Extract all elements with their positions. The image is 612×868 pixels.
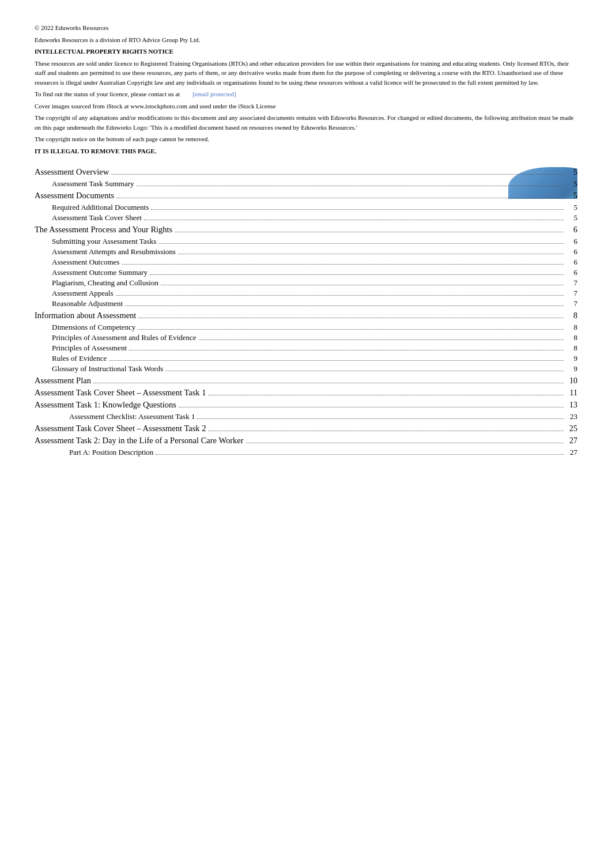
toc-dots xyxy=(109,360,564,361)
toc-label: Assessment Attempts and Resubmissions xyxy=(52,247,176,256)
toc-label: Dimensions of Competency xyxy=(52,323,135,332)
toc-label: Assessment Overview xyxy=(35,167,109,177)
toc-dots xyxy=(150,274,564,275)
toc-dots xyxy=(122,264,564,265)
toc-page: 9 xyxy=(566,354,577,363)
toc-dots xyxy=(179,407,564,407)
toc-label: Rules of Evidence xyxy=(52,354,107,363)
toc-page: 10 xyxy=(566,376,577,386)
toc-page: 25 xyxy=(566,424,577,433)
toc-entry[interactable]: Plagiarism, Cheating and Collusion7 xyxy=(35,278,577,288)
toc-entry[interactable]: Part A: Position Description27 xyxy=(35,448,577,457)
toc-page: 13 xyxy=(566,401,577,410)
toc-page: 6 xyxy=(566,258,577,267)
body-text: These resources are sold under licence t… xyxy=(35,59,577,88)
toc-page: 7 xyxy=(566,278,577,288)
toc-entry[interactable]: Assessment Overview5 xyxy=(35,167,577,177)
toc-page: 7 xyxy=(566,299,577,308)
toc-page: 6 xyxy=(566,225,577,235)
toc-entry[interactable]: Assessment Outcome Summary6 xyxy=(35,268,577,277)
toc-dots xyxy=(165,371,564,371)
toc-entry[interactable]: Assessment Task Summary5 xyxy=(35,179,577,188)
toc-dots xyxy=(178,254,564,254)
toc-dots xyxy=(209,395,564,395)
copyright-section: © 2022 Eduworks Resources Eduworks Resou… xyxy=(35,23,577,156)
toc-dots xyxy=(93,383,564,383)
toc-page: 23 xyxy=(566,412,577,421)
toc-page: 5 xyxy=(566,203,577,212)
toc-entry[interactable]: Rules of Evidence9 xyxy=(35,354,577,363)
toc-dots xyxy=(209,431,564,431)
toc-page: 8 xyxy=(566,323,577,332)
toc-entry[interactable]: Glossary of Instructional Task Words9 xyxy=(35,364,577,373)
toc-label: Principles of Assessment xyxy=(52,344,127,353)
toc-label: Assessment Outcomes xyxy=(52,258,119,267)
toc-entry[interactable]: Assessment Task Cover Sheet – Assessment… xyxy=(35,424,577,433)
toc-entry[interactable]: Principles of Assessment and Rules of Ev… xyxy=(35,333,577,342)
toc-dots xyxy=(151,209,564,210)
toc-dots xyxy=(175,232,564,232)
toc-entry[interactable]: Required Additional Documents5 xyxy=(35,203,577,212)
licence-before: To find out the status of your licence, … xyxy=(35,90,180,97)
division-line: Eduworks Resources is a division of RTO … xyxy=(35,35,577,45)
toc-entry[interactable]: Assessment Appeals7 xyxy=(35,289,577,298)
toc-page: 6 xyxy=(566,268,577,277)
toc-entry[interactable]: The Assessment Process and Your Rights6 xyxy=(35,225,577,235)
toc-page: 8 xyxy=(566,333,577,342)
toc-page: 8 xyxy=(566,344,577,353)
toc-entry[interactable]: Assessment Attempts and Resubmissions6 xyxy=(35,247,577,256)
table-of-contents: Assessment Overview5Assessment Task Summ… xyxy=(35,167,577,457)
toc-label: Plagiarism, Cheating and Collusion xyxy=(52,278,158,288)
toc-entry[interactable]: Submitting your Assessment Tasks6 xyxy=(35,237,577,246)
cover-images: Cover images sourced from iStock at www.… xyxy=(35,101,577,111)
toc-entry[interactable]: Information about Assessment8 xyxy=(35,311,577,320)
toc-label: Submitting your Assessment Tasks xyxy=(52,237,156,246)
toc-label: Assessment Task Summary xyxy=(52,179,134,188)
toc-page: 27 xyxy=(566,448,577,457)
toc-page: 6 xyxy=(566,237,577,246)
toc-page: 6 xyxy=(566,247,577,256)
toc-entry[interactable]: Assessment Documents5 xyxy=(35,191,577,201)
toc-dots xyxy=(158,243,564,244)
toc-dots xyxy=(199,339,564,340)
copyright-year: © 2022 Eduworks Resources xyxy=(35,23,577,33)
toc-label: Reasonable Adjustment xyxy=(52,299,123,308)
toc-page: 27 xyxy=(566,436,577,446)
toc-dots xyxy=(116,295,564,296)
toc-label: Information about Assessment xyxy=(35,311,136,320)
toc-label: Assessment Task Cover Sheet – Assessment… xyxy=(35,424,206,433)
licence-link[interactable]: [email protected] xyxy=(192,90,236,97)
toc-entry[interactable]: Principles of Assessment8 xyxy=(35,344,577,353)
ip-notice: INTELLECTUAL PROPERTY RIGHTS NOTICE xyxy=(35,47,577,56)
toc-label: Principles of Assessment and Rules of Ev… xyxy=(52,333,197,342)
toc-entry[interactable]: Reasonable Adjustment7 xyxy=(35,299,577,308)
toc-entry[interactable]: Dimensions of Competency8 xyxy=(35,323,577,332)
toc-section: Assessment Overview5Assessment Task Summ… xyxy=(35,167,577,457)
toc-page: 5 xyxy=(566,168,577,177)
toc-page: 9 xyxy=(566,364,577,373)
toc-dots xyxy=(246,443,564,443)
toc-label: Part A: Position Description xyxy=(69,448,153,457)
toc-dots xyxy=(138,329,564,330)
toc-label: Assessment Task Cover Sheet xyxy=(52,213,142,222)
toc-entry[interactable]: Assessment Task Cover Sheet5 xyxy=(35,213,577,222)
toc-entry[interactable]: Assessment Checklist: Assessment Task 12… xyxy=(35,412,577,421)
toc-label: Assessment Appeals xyxy=(52,289,114,298)
toc-entry[interactable]: Assessment Plan10 xyxy=(35,376,577,386)
toc-dots xyxy=(116,198,564,198)
toc-page: 11 xyxy=(566,388,577,398)
toc-label: Assessment Plan xyxy=(35,376,91,386)
toc-dots xyxy=(156,454,564,455)
toc-entry[interactable]: Assessment Task Cover Sheet – Assessment… xyxy=(35,388,577,398)
toc-entry[interactable]: Assessment Task 1: Knowledge Questions13 xyxy=(35,400,577,410)
toc-entry[interactable]: Assessment Task 2: Day in the Life of a … xyxy=(35,436,577,446)
licence-line: To find out the status of your licence, … xyxy=(35,89,577,99)
toc-entry[interactable]: Assessment Outcomes6 xyxy=(35,258,577,267)
adaptation-text: The copyright of any adaptations and/or … xyxy=(35,113,577,132)
toc-label: Assessment Documents xyxy=(35,191,114,201)
toc-dots xyxy=(129,350,564,350)
toc-dots xyxy=(138,318,564,318)
toc-label: Assessment Task 2: Day in the Life of a … xyxy=(35,436,244,446)
toc-label: Assessment Task Cover Sheet – Assessment… xyxy=(35,388,206,398)
notice-bottom: The copyright notice on the bottom of ea… xyxy=(35,134,577,144)
